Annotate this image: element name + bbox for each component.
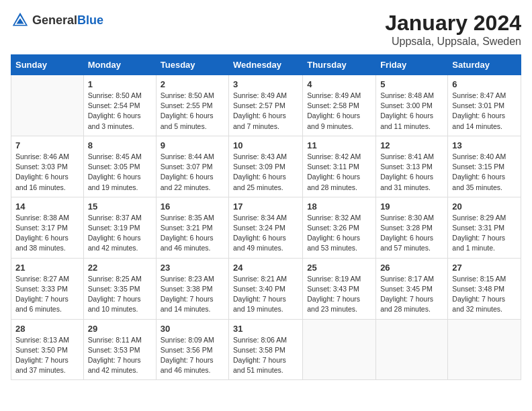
day-number: 14	[15, 201, 79, 212]
header-day-monday: Monday	[83, 55, 156, 75]
day-number: 9	[161, 140, 224, 150]
day-detail: Sunrise: 8:29 AMSunset: 3:31 PMDaylight:…	[452, 213, 517, 254]
day-detail: Sunrise: 8:46 AMSunset: 3:03 PMDaylight:…	[15, 152, 79, 193]
day-number: 22	[88, 263, 152, 273]
calendar-cell: 17Sunrise: 8:34 AMSunset: 3:24 PMDayligh…	[229, 197, 303, 258]
day-detail: Sunrise: 8:38 AMSunset: 3:17 PMDaylight:…	[15, 213, 79, 254]
calendar-cell: 22Sunrise: 8:25 AMSunset: 3:35 PMDayligh…	[83, 258, 156, 319]
day-number: 29	[88, 324, 152, 334]
calendar-week-row: 28Sunrise: 8:13 AMSunset: 3:50 PMDayligh…	[11, 319, 521, 380]
day-detail: Sunrise: 8:35 AMSunset: 3:21 PMDaylight:…	[161, 213, 224, 254]
header-day-saturday: Saturday	[448, 55, 521, 75]
calendar-cell: 30Sunrise: 8:09 AMSunset: 3:56 PMDayligh…	[156, 319, 228, 380]
calendar-cell: 16Sunrise: 8:35 AMSunset: 3:21 PMDayligh…	[156, 197, 228, 258]
day-detail: Sunrise: 8:13 AMSunset: 3:50 PMDaylight:…	[15, 335, 79, 376]
calendar-cell: 27Sunrise: 8:15 AMSunset: 3:48 PMDayligh…	[448, 258, 521, 319]
day-number: 1	[88, 79, 152, 89]
calendar-cell: 9Sunrise: 8:44 AMSunset: 3:07 PMDaylight…	[156, 136, 228, 197]
logo-text-general: General	[32, 13, 77, 27]
calendar-cell: 4Sunrise: 8:49 AMSunset: 2:58 PMDaylight…	[303, 75, 376, 136]
day-detail: Sunrise: 8:48 AMSunset: 3:00 PMDaylight:…	[380, 91, 443, 132]
calendar-cell: 19Sunrise: 8:30 AMSunset: 3:28 PMDayligh…	[376, 197, 448, 258]
header-day-wednesday: Wednesday	[229, 55, 303, 75]
calendar-cell: 10Sunrise: 8:43 AMSunset: 3:09 PMDayligh…	[229, 136, 303, 197]
page-header: GeneralBlue January 2024 Uppsala, Uppsal…	[11, 11, 521, 48]
day-number: 19	[380, 201, 443, 212]
day-number: 16	[161, 201, 224, 212]
day-number: 17	[233, 201, 298, 212]
day-number: 4	[307, 79, 371, 89]
calendar-cell	[448, 319, 521, 380]
day-detail: Sunrise: 8:15 AMSunset: 3:48 PMDaylight:…	[452, 274, 517, 315]
calendar-cell: 18Sunrise: 8:32 AMSunset: 3:26 PMDayligh…	[303, 197, 376, 258]
day-detail: Sunrise: 8:37 AMSunset: 3:19 PMDaylight:…	[88, 213, 152, 254]
day-number: 5	[380, 79, 443, 89]
day-number: 7	[15, 140, 79, 150]
logo-icon	[11, 11, 30, 30]
day-detail: Sunrise: 8:49 AMSunset: 2:58 PMDaylight:…	[307, 91, 371, 132]
calendar-cell: 12Sunrise: 8:41 AMSunset: 3:13 PMDayligh…	[376, 136, 448, 197]
header-day-friday: Friday	[376, 55, 448, 75]
day-number: 13	[452, 140, 517, 150]
day-detail: Sunrise: 8:41 AMSunset: 3:13 PMDaylight:…	[380, 152, 443, 193]
day-number: 2	[161, 79, 224, 89]
title-area: January 2024 Uppsala, Uppsala, Sweden	[385, 11, 521, 48]
day-number: 10	[233, 140, 298, 150]
calendar-cell: 28Sunrise: 8:13 AMSunset: 3:50 PMDayligh…	[11, 319, 84, 380]
header-day-sunday: Sunday	[11, 55, 84, 75]
header-day-tuesday: Tuesday	[156, 55, 228, 75]
calendar-cell: 14Sunrise: 8:38 AMSunset: 3:17 PMDayligh…	[11, 197, 84, 258]
calendar-cell: 15Sunrise: 8:37 AMSunset: 3:19 PMDayligh…	[83, 197, 156, 258]
calendar-cell: 21Sunrise: 8:27 AMSunset: 3:33 PMDayligh…	[11, 258, 84, 319]
day-number: 27	[452, 263, 517, 273]
day-detail: Sunrise: 8:42 AMSunset: 3:11 PMDaylight:…	[307, 152, 371, 193]
day-number: 31	[233, 324, 298, 334]
day-detail: Sunrise: 8:43 AMSunset: 3:09 PMDaylight:…	[233, 152, 298, 193]
day-number: 24	[233, 263, 298, 273]
calendar-cell: 31Sunrise: 8:06 AMSunset: 3:58 PMDayligh…	[229, 319, 303, 380]
logo-text-blue: Blue	[77, 13, 103, 27]
location-title: Uppsala, Uppsala, Sweden	[385, 36, 521, 48]
day-detail: Sunrise: 8:21 AMSunset: 3:40 PMDaylight:…	[233, 274, 298, 315]
day-number: 25	[307, 263, 371, 273]
day-detail: Sunrise: 8:40 AMSunset: 3:15 PMDaylight:…	[452, 152, 517, 193]
day-detail: Sunrise: 8:06 AMSunset: 3:58 PMDaylight:…	[233, 335, 298, 376]
day-number: 26	[380, 263, 443, 273]
calendar-week-row: 1Sunrise: 8:50 AMSunset: 2:54 PMDaylight…	[11, 75, 521, 136]
day-number: 11	[307, 140, 371, 150]
day-detail: Sunrise: 8:45 AMSunset: 3:05 PMDaylight:…	[88, 152, 152, 193]
day-detail: Sunrise: 8:09 AMSunset: 3:56 PMDaylight:…	[161, 335, 224, 376]
calendar-cell: 11Sunrise: 8:42 AMSunset: 3:11 PMDayligh…	[303, 136, 376, 197]
day-detail: Sunrise: 8:23 AMSunset: 3:38 PMDaylight:…	[161, 274, 224, 315]
day-number: 20	[452, 201, 517, 212]
day-number: 3	[233, 79, 298, 89]
calendar-week-row: 21Sunrise: 8:27 AMSunset: 3:33 PMDayligh…	[11, 258, 521, 319]
calendar-week-row: 14Sunrise: 8:38 AMSunset: 3:17 PMDayligh…	[11, 197, 521, 258]
calendar-week-row: 7Sunrise: 8:46 AMSunset: 3:03 PMDaylight…	[11, 136, 521, 197]
day-detail: Sunrise: 8:47 AMSunset: 3:01 PMDaylight:…	[452, 91, 517, 132]
calendar-cell: 2Sunrise: 8:50 AMSunset: 2:55 PMDaylight…	[156, 75, 228, 136]
day-number: 23	[161, 263, 224, 273]
day-detail: Sunrise: 8:50 AMSunset: 2:55 PMDaylight:…	[161, 91, 224, 132]
day-number: 21	[15, 263, 79, 273]
calendar-cell: 13Sunrise: 8:40 AMSunset: 3:15 PMDayligh…	[448, 136, 521, 197]
calendar-cell: 20Sunrise: 8:29 AMSunset: 3:31 PMDayligh…	[448, 197, 521, 258]
calendar-cell	[11, 75, 84, 136]
day-detail: Sunrise: 8:44 AMSunset: 3:07 PMDaylight:…	[161, 152, 224, 193]
day-number: 6	[452, 79, 517, 89]
day-detail: Sunrise: 8:49 AMSunset: 2:57 PMDaylight:…	[233, 91, 298, 132]
day-detail: Sunrise: 8:27 AMSunset: 3:33 PMDaylight:…	[15, 274, 79, 315]
day-detail: Sunrise: 8:50 AMSunset: 2:54 PMDaylight:…	[88, 91, 152, 132]
calendar-cell: 7Sunrise: 8:46 AMSunset: 3:03 PMDaylight…	[11, 136, 84, 197]
day-number: 8	[88, 140, 152, 150]
day-detail: Sunrise: 8:25 AMSunset: 3:35 PMDaylight:…	[88, 274, 152, 315]
calendar-table: SundayMondayTuesdayWednesdayThursdayFrid…	[11, 54, 521, 380]
day-detail: Sunrise: 8:17 AMSunset: 3:45 PMDaylight:…	[380, 274, 443, 315]
logo: GeneralBlue	[11, 11, 103, 30]
calendar-cell: 3Sunrise: 8:49 AMSunset: 2:57 PMDaylight…	[229, 75, 303, 136]
day-detail: Sunrise: 8:34 AMSunset: 3:24 PMDaylight:…	[233, 213, 298, 254]
day-number: 28	[15, 324, 79, 334]
day-number: 18	[307, 201, 371, 212]
calendar-cell: 29Sunrise: 8:11 AMSunset: 3:53 PMDayligh…	[83, 319, 156, 380]
day-detail: Sunrise: 8:11 AMSunset: 3:53 PMDaylight:…	[88, 335, 152, 376]
